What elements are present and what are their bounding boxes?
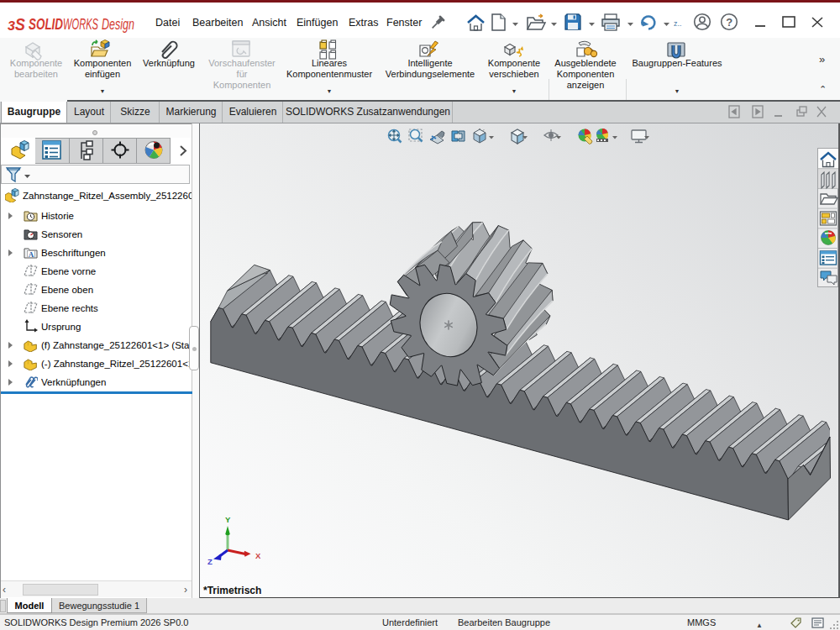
svg-text:A: A — [29, 250, 34, 259]
svg-text:?: ? — [726, 16, 732, 29]
svg-text:WORKS: WORKS — [63, 15, 98, 33]
svg-text:SOLID: SOLID — [29, 15, 63, 33]
svg-text:Y: Y — [225, 515, 231, 524]
svg-text:Z: Z — [207, 557, 213, 566]
svg-text:Design: Design — [102, 16, 134, 33]
svg-text:зS: зS — [8, 14, 25, 34]
svg-text:X: X — [255, 551, 261, 560]
svg-text:z..: z.. — [674, 19, 682, 28]
